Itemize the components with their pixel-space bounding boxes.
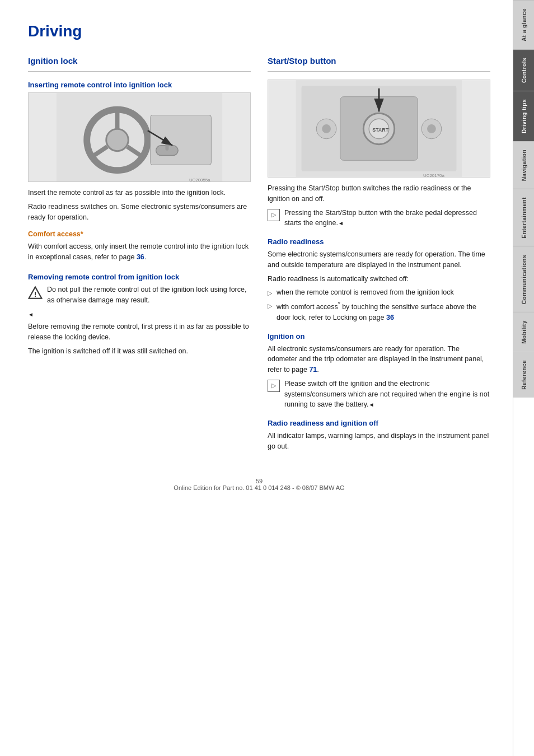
sidebar-tab-entertainment[interactable]: Entertainment: [513, 189, 535, 246]
warning-icon: !: [28, 286, 43, 300]
svg-point-23: [322, 124, 331, 133]
left-column: Ignition lock Inserting remote control i…: [28, 56, 251, 455]
play-icon-2: ▷: [268, 380, 280, 392]
svg-rect-8: [165, 143, 168, 151]
removing-body1: Before removing the remote control, firs…: [28, 321, 251, 343]
radio-list-item: ▷ with comfort access* by touching the s…: [268, 300, 490, 323]
arrow-bullet-1: ▷: [268, 288, 272, 298]
locking-link[interactable]: 36: [386, 314, 394, 321]
insert-body1: Insert the remote control as far as poss…: [28, 188, 251, 198]
comfort-body: With comfort access, only insert the rem…: [28, 241, 251, 263]
svg-text:UC20170a: UC20170a: [423, 173, 444, 177]
ignition-on-note: Please switch off the ignition and the e…: [284, 379, 490, 410]
removing-heading: Removing remote control from ignition lo…: [28, 273, 251, 281]
ignition-lock-heading: Ignition lock: [28, 56, 251, 66]
play-note-2: ▷ Please switch off the ignition and the…: [268, 379, 490, 410]
arrow-bullet-2: ▷: [268, 301, 272, 311]
radio-list: ▷ when the remote control is removed fro…: [268, 287, 490, 323]
removing-body2: The ignition is switched off if it was s…: [28, 346, 251, 357]
svg-text:UC20055a: UC20055a: [189, 178, 210, 181]
warning-text: Do not pull the remote control out of th…: [47, 284, 251, 306]
comfort-link[interactable]: 36: [137, 253, 144, 261]
radio-off-body: All indicator lamps, warning lamps, and …: [268, 431, 490, 452]
ignition-on-heading: Ignition on: [268, 332, 490, 340]
svg-point-2: [106, 129, 129, 151]
sidebar-tab-communications[interactable]: Communications: [513, 246, 535, 312]
radio-list-item: ▷ when the remote control is removed fro…: [268, 287, 490, 298]
radio-body: Some electronic systems/consumers are re…: [268, 249, 490, 270]
ignition-on-body: All electronic systems/consumers are rea…: [268, 344, 490, 375]
play-icon: ▷: [268, 209, 280, 221]
radio-auto-off: Radio readiness is automatically switche…: [268, 274, 490, 284]
radio-readiness-heading: Radio readiness: [268, 237, 490, 246]
sidebar: At a glance Controls Driving tips Naviga…: [513, 0, 534, 756]
start-stop-image: START UC20170a: [268, 80, 490, 178]
edition-text: Online Edition for Part no. 01 41 0 014 …: [174, 484, 344, 491]
page-footer: 59 Online Edition for Part no. 01 41 0 0…: [28, 472, 490, 491]
sidebar-tab-controls[interactable]: Controls: [513, 49, 535, 91]
svg-point-25: [427, 124, 436, 133]
sidebar-tab-at-a-glance[interactable]: At a glance: [513, 0, 535, 49]
page-number: 59: [256, 478, 263, 484]
radio-off-heading: Radio readiness and ignition off: [268, 419, 490, 427]
sidebar-tab-driving-tips[interactable]: Driving tips: [513, 91, 535, 141]
page-title: Driving: [28, 22, 490, 40]
inserting-heading: Inserting remote control into ignition l…: [28, 81, 251, 89]
sidebar-tab-mobility[interactable]: Mobility: [513, 312, 535, 352]
play-note-1: ▷ Pressing the Start/Stop button with th…: [268, 208, 490, 229]
svg-text:!: !: [34, 290, 36, 298]
ignition-lock-image: UC20055a: [28, 92, 251, 182]
start-stop-heading: Start/Stop button: [268, 56, 490, 66]
comfort-access-heading: Comfort access*: [28, 230, 251, 238]
play-note-text: Pressing the Start/Stop button with the …: [284, 208, 490, 229]
sidebar-tab-reference[interactable]: Reference: [513, 352, 535, 398]
right-column: Start/Stop button START: [268, 56, 490, 455]
ignition-on-link[interactable]: 71: [309, 366, 317, 374]
svg-text:START: START: [372, 127, 388, 133]
sidebar-tab-navigation[interactable]: Navigation: [513, 141, 535, 189]
warning-box: ! Do not pull the remote control out of …: [28, 284, 251, 306]
svg-rect-6: [151, 115, 212, 165]
press-body: Pressing the Start/Stop button switches …: [268, 183, 490, 204]
insert-body2: Radio readiness switches on. Some electr…: [28, 202, 251, 223]
